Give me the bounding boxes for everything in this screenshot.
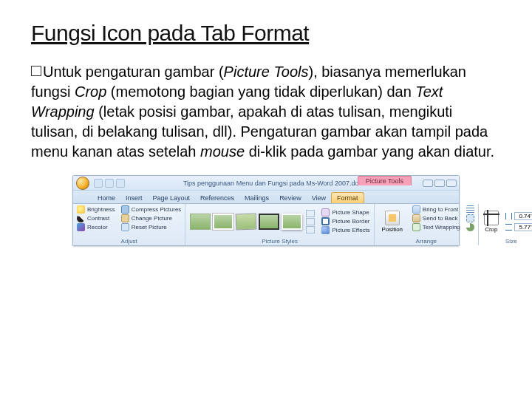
style-thumb[interactable] <box>282 214 302 230</box>
picture-effects-button[interactable]: Picture Effects <box>321 226 370 234</box>
ribbon-body: Brightness Contrast Recolor Compress Pic… <box>73 204 459 245</box>
position-icon <box>385 211 400 225</box>
bullet-checkbox <box>31 66 41 76</box>
crop-term: Crop <box>75 83 106 100</box>
picture-shape-label: Picture Shape <box>332 209 369 216</box>
bring-to-front-button[interactable]: Bring to Front <box>412 205 461 214</box>
gallery-scroll[interactable] <box>306 210 315 233</box>
contrast-label: Contrast <box>87 215 109 222</box>
picture-effects-label: Picture Effects <box>332 227 369 233</box>
word-ribbon: Tips penggunaan Menu dan Fungsi pada Ms-… <box>72 175 460 246</box>
text-frag: pengaturan gambar ( <box>81 64 223 80</box>
change-picture-button[interactable]: Change Picture <box>120 214 183 222</box>
text-frag: di-klik pada gambar yang akan diatur. <box>245 143 494 160</box>
contrast-button[interactable]: Contrast <box>76 214 116 222</box>
picture-styles-gallery[interactable] <box>188 207 316 236</box>
brightness-button[interactable]: Brightness <box>76 205 116 214</box>
rotate-icon <box>466 223 474 231</box>
height-input-row: 0.74" <box>505 212 532 220</box>
reset-icon <box>121 223 129 231</box>
position-button[interactable]: Position <box>378 205 407 237</box>
width-input-row: 5.77" <box>505 223 532 231</box>
brightness-label: Brightness <box>87 206 115 213</box>
align-icon <box>466 205 474 214</box>
slide-title: Fungsi Icon pada Tab Format <box>31 21 501 46</box>
compress-label: Compress Pictures <box>132 206 182 213</box>
picture-tools-term: Picture Tools <box>224 64 309 80</box>
group-label-picture-styles: Picture Styles <box>188 237 370 245</box>
crop-button[interactable]: Crop <box>482 205 501 237</box>
quick-access-toolbar[interactable] <box>94 179 125 188</box>
office-button[interactable] <box>76 177 89 190</box>
contrast-icon <box>77 214 85 222</box>
reset-picture-button[interactable]: Reset Picture <box>120 223 183 231</box>
bring-front-label: Bring to Front <box>423 206 458 213</box>
crop-label: Crop <box>485 226 497 233</box>
group-arrange: Position Bring to Front Send to Back Tex… <box>375 204 479 245</box>
picture-border-icon <box>321 217 330 225</box>
group-label-adjust: Adjust <box>76 237 182 245</box>
compress-pictures-button[interactable]: Compress Pictures <box>120 205 183 214</box>
recolor-icon <box>77 223 85 231</box>
context-tab-picture-tools: Picture Tools <box>358 176 412 185</box>
lead-word: Untuk <box>43 64 81 80</box>
width-icon <box>505 224 512 231</box>
ribbon-tabs: Home Insert Page Layout References Maili… <box>73 191 459 204</box>
text-wrapping-icon <box>412 223 420 231</box>
send-back-icon <box>412 214 420 222</box>
recolor-label: Recolor <box>87 224 108 231</box>
tab-page-layout[interactable]: Page Layout <box>148 193 196 203</box>
rotate-button[interactable] <box>466 223 475 231</box>
position-label: Position <box>382 226 403 233</box>
crop-icon <box>484 211 499 225</box>
width-input[interactable]: 5.77" <box>514 223 532 231</box>
tab-format[interactable]: Format <box>331 192 364 203</box>
picture-shape-icon <box>321 208 330 216</box>
style-thumb[interactable] <box>236 213 257 230</box>
picture-effects-icon <box>321 226 330 234</box>
send-back-label: Send to Back <box>423 215 458 222</box>
text-frag: (memotong bagian yang tidak diperlukan) … <box>106 83 415 100</box>
change-label: Change Picture <box>132 215 172 222</box>
body-paragraph: Untuk pengaturan gambar (Picture Tools),… <box>31 62 501 162</box>
height-icon <box>505 213 512 219</box>
tab-references[interactable]: References <box>195 193 239 203</box>
group-icon <box>466 214 474 222</box>
group-size: Crop 0.74" 5.77" Size <box>479 204 532 245</box>
text-wrapping-button[interactable]: Text Wrapping <box>412 223 461 231</box>
style-thumb[interactable] <box>259 214 279 230</box>
compress-icon <box>121 205 129 214</box>
tab-insert[interactable]: Insert <box>120 193 148 203</box>
tab-view[interactable]: View <box>307 193 331 203</box>
picture-border-button[interactable]: Picture Border <box>321 217 370 225</box>
tab-review[interactable]: Review <box>274 193 307 203</box>
send-to-back-button[interactable]: Send to Back <box>412 214 461 222</box>
brightness-icon <box>77 205 85 214</box>
reset-label: Reset Picture <box>132 224 167 231</box>
text-wrapping-label: Text Wrapping <box>423 224 460 231</box>
tab-home[interactable]: Home <box>92 193 120 203</box>
bring-front-icon <box>412 205 420 214</box>
group-picture-styles: Picture Shape Picture Border Picture Eff… <box>185 204 374 245</box>
mouse-term: mouse <box>200 143 245 160</box>
style-thumb[interactable] <box>213 214 233 230</box>
group-label-arrange: Arrange <box>378 237 475 245</box>
change-picture-icon <box>121 214 129 222</box>
recolor-button[interactable]: Recolor <box>76 223 116 231</box>
group-button[interactable] <box>466 214 475 222</box>
window-controls[interactable] <box>423 180 457 187</box>
picture-shape-button[interactable]: Picture Shape <box>321 208 370 216</box>
style-thumb[interactable] <box>190 214 211 230</box>
group-label-size: Size <box>482 237 532 245</box>
picture-border-label: Picture Border <box>332 218 369 225</box>
height-input[interactable]: 0.74" <box>514 212 532 220</box>
group-adjust: Brightness Contrast Recolor Compress Pic… <box>73 204 185 245</box>
titlebar: Tips penggunaan Menu dan Fungsi pada Ms-… <box>73 176 459 191</box>
tab-mailings[interactable]: Mailings <box>239 193 274 203</box>
align-button[interactable] <box>466 205 475 214</box>
